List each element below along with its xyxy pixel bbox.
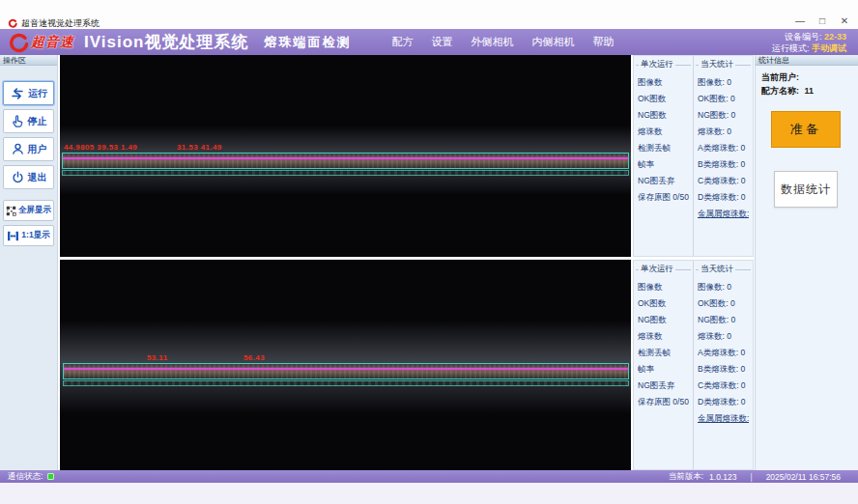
stat-section-bottom: 单次运行 图像数OK图数NG图数熔珠数检测丢帧帧率NG图丢弃保存原图 0/500… <box>633 260 754 470</box>
run-mode-value: 手动调试 <box>812 43 846 53</box>
run-button[interactable]: 运行 <box>3 81 54 105</box>
close-button[interactable]: ✕ <box>839 15 850 26</box>
fullscreen-button[interactable]: 全屏显示 <box>3 200 54 221</box>
app-header: 超音速 IVision视觉处理系统 熔珠端面检测 配方设置外侧相机内侧相机帮助 … <box>0 29 858 55</box>
stat-section-top: 单次运行 图像数OK图数NG图数熔珠数检测丢帧帧率NG图丢弃保存原图 0/500… <box>633 55 754 257</box>
stop-button-label: 停止 <box>28 115 47 128</box>
camera-stack: 44.9805 39.53 1.49 31.53 41.49 53.11 56.… <box>60 55 631 470</box>
stat-item: 图像数: 0 <box>698 279 749 295</box>
stat-item: A类熔珠数: 0 <box>698 345 749 361</box>
measurement-annotation: 31.53 41.49 <box>177 143 222 152</box>
operation-sidebar: 操作区 运行 停止 <box>0 55 58 470</box>
data-statistics-button[interactable]: 数据统计 <box>774 171 838 208</box>
stat-item: 熔珠数: 0 <box>698 328 749 345</box>
weld-bead-sub-box <box>63 380 629 386</box>
device-number-label: 设备编号: <box>785 32 822 42</box>
brand-swirl-icon <box>8 32 29 53</box>
stat-item: OK图数 <box>638 91 689 107</box>
stat-item: D类熔珠数: 0 <box>698 394 749 410</box>
stat-item: 图像数: 0 <box>698 74 749 91</box>
user-icon <box>11 142 25 156</box>
device-info: 设备编号: 22-33 运行模式: 手动调试 <box>772 31 850 54</box>
user-button-label: 用户 <box>28 143 47 156</box>
menu-item[interactable]: 设置 <box>431 35 452 49</box>
today-stats-list: 图像数: 0OK图数: 0NG图数: 0熔珠数: 0A类熔珠数: 0B类熔珠数:… <box>694 275 753 427</box>
measurement-annotation: 44.9805 39.53 1.49 <box>64 143 137 152</box>
stat-item: 熔珠数 <box>638 124 689 140</box>
app-logo-icon <box>8 18 17 28</box>
stop-hand-icon <box>11 114 25 128</box>
group-title-single-run: 单次运行 <box>641 59 673 70</box>
app-subtitle: 熔珠端面检测 <box>264 34 351 51</box>
one-to-one-button-label: 1:1显示 <box>21 230 49 241</box>
fullscreen-button-label: 全屏显示 <box>18 205 51 216</box>
stat-item: NG图数: 0 <box>698 312 749 328</box>
user-button[interactable]: 用户 <box>3 137 54 161</box>
camera-view-bottom[interactable]: 53.11 56.43 <box>60 260 631 470</box>
menu-item[interactable]: 配方 <box>391 35 413 49</box>
os-titlebar: 超音速视觉处理系统 — □ ✕ <box>0 17 858 29</box>
power-icon <box>11 170 25 184</box>
exit-button[interactable]: 退出 <box>3 165 54 189</box>
stop-button[interactable]: 停止 <box>3 109 54 133</box>
status-divider: | <box>750 472 752 482</box>
sidebar-title: 操作区 <box>0 55 57 66</box>
fullscreen-icon <box>6 206 16 216</box>
stat-item: NG图丢弃 <box>638 173 689 189</box>
stat-item: B类熔珠数: 0 <box>698 361 749 378</box>
stat-item: 保存原图 0/500 <box>638 394 689 410</box>
stat-item: C类熔珠数: 0 <box>698 173 749 189</box>
stat-item: NG图数 <box>638 107 689 124</box>
stat-item: D类熔珠数: 0 <box>698 189 749 206</box>
stat-item: 金属屑熔珠数: 0 <box>698 410 749 427</box>
exit-button-label: 退出 <box>28 171 47 184</box>
status-bar: 通信状态: 当前版本: 1.0.123 | 2025/02/11 16:57:5… <box>0 470 858 483</box>
stat-item: NG图数: 0 <box>698 107 749 124</box>
stat-item: B类熔珠数: 0 <box>698 156 749 173</box>
menu-bar: 配方设置外侧相机内侧相机帮助 <box>391 35 614 49</box>
main-body: 操作区 运行 停止 <box>0 55 858 470</box>
stat-item: 检测丢帧 <box>638 140 689 156</box>
one-to-one-icon <box>7 231 19 241</box>
weld-bead-detection-box <box>62 153 629 169</box>
stat-item: NG图丢弃 <box>638 378 689 394</box>
stat-item: 帧率 <box>638 361 689 378</box>
stat-item: 图像数 <box>638 74 689 91</box>
maximize-button[interactable]: □ <box>816 15 828 26</box>
stat-item: C类熔珠数: 0 <box>698 378 749 394</box>
recipe-name-label: 配方名称: <box>761 86 799 96</box>
one-to-one-button[interactable]: 1:1显示 <box>3 225 54 246</box>
today-stats-list: 图像数: 0OK图数: 0NG图数: 0熔珠数: 0A类熔珠数: 0B类熔珠数:… <box>694 70 753 222</box>
screen: 超音速视觉处理系统 — □ ✕ 超音速 IVision视觉处理系统 熔珠端面检测… <box>0 0 858 504</box>
group-title-today: 当天统计 <box>701 264 733 275</box>
run-icon <box>10 86 25 101</box>
run-mode-label: 运行模式: <box>772 43 810 53</box>
datetime-value: 2025/02/11 16:57:56 <box>766 472 841 482</box>
weld-bead-detection-box <box>63 363 629 379</box>
prepare-button[interactable]: 准备 <box>771 111 841 148</box>
camera-view-top[interactable]: 44.9805 39.53 1.49 31.53 41.49 <box>60 55 631 257</box>
menu-item[interactable]: 内侧相机 <box>531 35 574 49</box>
stat-item: 检测丢帧 <box>638 345 689 361</box>
current-user-label: 当前用户: <box>761 72 799 82</box>
stat-item: 保存原图 0/500 <box>638 189 689 206</box>
measurement-annotation: 56.43 <box>243 353 265 362</box>
stat-item: 熔珠数 <box>638 328 689 345</box>
stat-item: A类熔珠数: 0 <box>698 140 749 156</box>
run-button-label: 运行 <box>28 87 47 100</box>
comm-status-indicator <box>47 473 54 480</box>
version-label: 当前版本: <box>669 471 703 483</box>
stat-item: 图像数 <box>638 279 689 295</box>
measurement-annotation: 53.11 <box>147 353 168 362</box>
stat-item: NG图数 <box>638 312 689 328</box>
minimize-button[interactable]: — <box>794 15 806 26</box>
stat-item: 帧率 <box>638 156 689 173</box>
brand-name: 超音速 <box>31 34 74 51</box>
stat-item: 熔珠数: 0 <box>698 124 749 140</box>
group-title-today: 当天统计 <box>701 59 733 70</box>
desktop-margin <box>0 483 858 504</box>
stat-item: 金属屑熔珠数: 0 <box>698 206 749 222</box>
info-panel: 统计信息 当前用户: 配方名称: 11 准备 数据统计 <box>755 55 858 470</box>
menu-item[interactable]: 外侧相机 <box>471 35 513 49</box>
menu-item[interactable]: 帮助 <box>592 35 614 49</box>
